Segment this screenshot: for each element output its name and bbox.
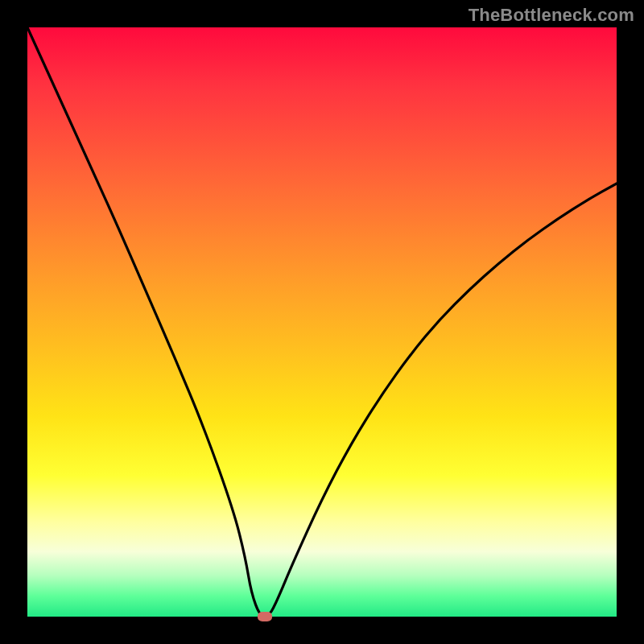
plot-area [27,27,617,617]
min-marker [258,612,272,621]
watermark-text: TheBottleneck.com [469,5,634,26]
curve-path [27,27,617,617]
chart-frame: TheBottleneck.com [0,0,644,644]
bottleneck-curve [27,27,617,617]
